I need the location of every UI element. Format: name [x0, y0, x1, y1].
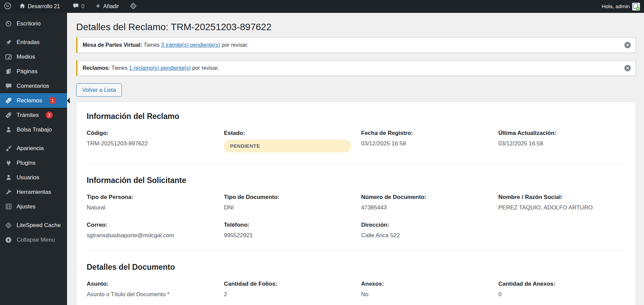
- sidebar-item-escritorio[interactable]: Escritorio: [0, 16, 67, 31]
- sliders-icon: [4, 203, 13, 210]
- field-estado: Estado: PENDIENTE: [224, 130, 351, 152]
- sidebar-item-label: Plugins: [17, 160, 36, 166]
- field-label: Última Actualización:: [498, 130, 625, 137]
- field-value: Asunto o Título del Documento *: [87, 291, 214, 298]
- fields-grid: Asunto: Asunto o Título del Documento * …: [87, 281, 625, 305]
- field-tipo-persona: Tipo de Persona: Natural: [87, 194, 214, 211]
- sidebar-item-paginas[interactable]: Páginas: [0, 64, 67, 79]
- collapse-menu-button[interactable]: Collapse Menu: [0, 232, 67, 247]
- notice-text: Tienes: [110, 65, 129, 71]
- field-value: 0: [498, 291, 625, 298]
- dashboard-icon: [4, 20, 13, 27]
- sidebar-item-tramites[interactable]: Trámites 3: [0, 108, 67, 122]
- pages-icon: [4, 68, 13, 75]
- sidebar-item-label: LiteSpeed Cache: [17, 222, 61, 229]
- notice-mesa-de-partes: Mesa de Partes Virtual: Tienes 3 trámite…: [76, 37, 636, 53]
- field-label: Anexos:: [361, 281, 488, 287]
- sidebar-item-label: Usuarios: [17, 174, 39, 181]
- menu-separator: [0, 137, 67, 141]
- sidebar-item-plugins[interactable]: Plugins: [0, 156, 67, 170]
- businessperson-icon: [4, 126, 13, 134]
- add-new-menu[interactable]: Añadir: [91, 0, 123, 13]
- sidebar-item-ajustes[interactable]: Ajustes: [0, 199, 67, 214]
- field-label: Cantidad de Folios:: [224, 281, 351, 287]
- sidebar-item-reclamos[interactable]: Reclamos 1: [0, 93, 67, 108]
- section-title-informacion-solicitante: Información del Solicitante: [87, 176, 625, 185]
- plus-icon: [95, 3, 101, 10]
- field-value: 03/12/2025 16:58: [361, 140, 488, 147]
- field-label: Estado:: [224, 130, 351, 137]
- sidebar-item-label: Medios: [17, 54, 35, 60]
- field-asunto: Asunto: Asunto o Título del Documento *: [87, 281, 214, 298]
- field-codigo: Código: TRM-20251203-897622: [87, 130, 214, 152]
- comment-bubble-icon: [73, 3, 79, 10]
- field-value: Natural: [87, 204, 214, 211]
- admin-bar: W Desarrollo 21 0 Añadir Hola, admin: [0, 0, 644, 13]
- field-value: 47385443: [361, 204, 488, 211]
- litespeed-bar-item[interactable]: [126, 0, 141, 13]
- sidebar-item-apariencia[interactable]: Apariencia: [0, 141, 67, 156]
- field-value: No: [361, 291, 488, 298]
- main-content: Detalles del Reclamo: TRM-20251203-89762…: [67, 0, 644, 305]
- add-new-label: Añadir: [103, 3, 119, 9]
- ticket-icon: [4, 111, 13, 119]
- notice-text: por revisar.: [220, 42, 249, 48]
- notice-reclamos: Reclamos: Tienes 1 reclamo(s) pendiente(…: [76, 60, 636, 76]
- field-label: Asunto:: [87, 281, 214, 287]
- dismiss-notice-icon[interactable]: [624, 65, 631, 72]
- selected-item-arrow-icon: [67, 98, 70, 104]
- field-cantidad-folios: Cantidad de Folios: 2: [224, 281, 351, 298]
- field-value: 03/12/2025 16:58: [498, 140, 625, 147]
- sidebar-item-label: Escritorio: [17, 20, 41, 27]
- media-icon: [4, 53, 13, 61]
- user-greeting: Hola, admin: [602, 3, 630, 9]
- brush-icon: [4, 145, 13, 152]
- pending-reclamos-link[interactable]: 1 reclamo(s) pendiente(s): [129, 65, 191, 71]
- site-name-link[interactable]: Desarrollo 21: [15, 0, 64, 13]
- wrench-icon: [4, 188, 13, 196]
- pushpin-icon: [4, 39, 13, 46]
- sidebar-item-medios[interactable]: Medios: [0, 49, 67, 64]
- field-correo: Correo: sgtransdsadsaporte@mdcgal.com: [87, 222, 214, 239]
- field-value: 2: [224, 291, 351, 298]
- sidebar-item-label: Trámites: [17, 112, 39, 119]
- field-label: Dirección:: [361, 222, 488, 228]
- sidebar-item-usuarios[interactable]: Usuarios: [0, 170, 67, 185]
- sidebar-item-entradas[interactable]: Entradas: [0, 35, 67, 49]
- litespeed-diamond-icon: [130, 2, 137, 11]
- sidebar-item-litespeed-cache[interactable]: LiteSpeed Cache: [0, 218, 67, 232]
- sidebar-item-herramientas[interactable]: Herramientas: [0, 185, 67, 199]
- sidebar-item-label: Entradas: [17, 39, 40, 46]
- fields-grid: Tipo de Persona: Natural Tipo de Documen…: [87, 194, 625, 239]
- menu-separator: [0, 31, 67, 35]
- field-label: Teléfono:: [224, 222, 351, 228]
- field-numero-documento: Número de Documento: 47385443: [361, 194, 488, 211]
- back-to-list-button[interactable]: Volver a Lista: [76, 83, 122, 97]
- dismiss-notice-icon[interactable]: [624, 42, 631, 48]
- wordpress-logo-menu[interactable]: W: [0, 0, 15, 13]
- ticket-icon: [4, 97, 13, 104]
- comments-count: 0: [81, 3, 84, 9]
- status-badge: PENDIENTE: [224, 140, 351, 152]
- site-name-label: Desarrollo 21: [28, 3, 60, 9]
- pending-tramites-link[interactable]: 3 trámite(s) pendiente(s): [161, 42, 220, 48]
- my-account-menu[interactable]: Hola, admin: [598, 0, 644, 13]
- sidebar-item-label: Comentarios: [17, 83, 49, 89]
- field-value: DNI: [224, 204, 351, 211]
- field-value: 995522921: [224, 232, 351, 239]
- reclamo-details-card: Información del Reclamo Código: TRM-2025…: [76, 101, 636, 305]
- sidebar-item-comentarios[interactable]: Comentarios: [0, 79, 67, 93]
- sidebar-item-label: Herramientas: [17, 189, 51, 196]
- field-empty: [498, 222, 625, 239]
- field-value: PEREZ TAQUIO, ADOLFO ARTURO: [498, 204, 625, 211]
- field-tipo-documento: Tipo de Documento: DNI: [224, 194, 351, 211]
- sidebar-item-bolsa-trabajo[interactable]: Bolsa Trabajo: [0, 122, 67, 137]
- sidebar-item-label: Apariencia: [17, 145, 44, 152]
- field-cantidad-anexos: Cantidad de Anexos: 0: [498, 281, 625, 298]
- field-label: Número de Documento:: [361, 194, 488, 201]
- comments-bar-item[interactable]: 0: [69, 0, 88, 13]
- notice-bold-label: Reclamos:: [83, 65, 110, 71]
- fields-grid: Código: TRM-20251203-897622 Estado: PEND…: [87, 130, 625, 152]
- sidebar-item-label: Páginas: [17, 68, 37, 75]
- sidebar-item-label: Reclamos: [17, 97, 42, 104]
